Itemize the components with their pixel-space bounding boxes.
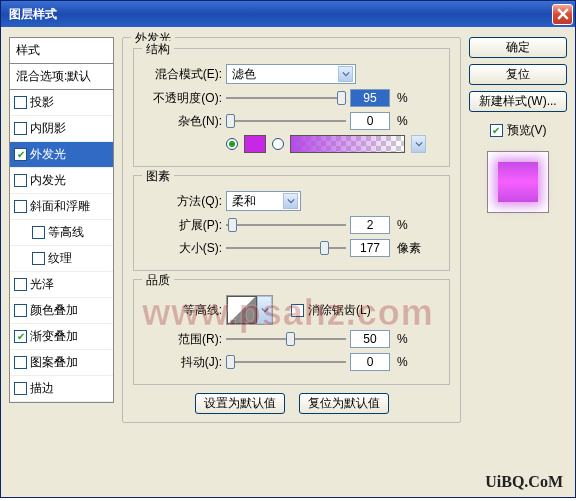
- size-input[interactable]: 177: [350, 239, 390, 257]
- range-slider[interactable]: [226, 332, 346, 346]
- checkbox-icon[interactable]: [14, 278, 27, 291]
- checkbox-icon[interactable]: [14, 382, 27, 395]
- checkbox-icon[interactable]: [32, 226, 45, 239]
- chevron-down-icon: [338, 66, 353, 82]
- checkbox-icon[interactable]: [14, 200, 27, 213]
- layer-style-dialog: 图层样式 样式 混合选项:默认 投影 内阴影 外发光 内发光 斜面和浮雕 等高线…: [0, 0, 576, 498]
- range-label: 范围(R):: [142, 331, 222, 348]
- glow-gradient-swatch[interactable]: [290, 135, 405, 153]
- chevron-down-icon: [257, 296, 272, 324]
- jitter-input[interactable]: 0: [350, 353, 390, 371]
- gradient-dropdown-arrow[interactable]: [411, 135, 426, 153]
- close-button[interactable]: [552, 4, 573, 25]
- noise-slider[interactable]: [226, 114, 346, 128]
- blend-mode-label: 混合模式(E):: [142, 66, 222, 83]
- make-default-button[interactable]: 设置为默认值: [195, 393, 285, 414]
- sidebar-item-satin[interactable]: 光泽: [10, 272, 113, 298]
- noise-label: 杂色(N):: [142, 113, 222, 130]
- sidebar-item-bevel-emboss[interactable]: 斜面和浮雕: [10, 194, 113, 220]
- sidebar-item-inner-shadow[interactable]: 内阴影: [10, 116, 113, 142]
- ok-button[interactable]: 确定: [469, 37, 567, 58]
- preview-thumbnail: [487, 151, 549, 213]
- reset-default-button[interactable]: 复位为默认值: [299, 393, 389, 414]
- opacity-input[interactable]: 95: [350, 89, 390, 107]
- checkbox-icon[interactable]: [14, 148, 27, 161]
- preview-checkbox[interactable]: [490, 124, 503, 137]
- sidebar-item-gradient-overlay[interactable]: 渐变叠加: [10, 324, 113, 350]
- opacity-label: 不透明度(O):: [142, 90, 222, 107]
- quality-group: 品质 等高线: 消除锯齿(L) 范围(R):: [133, 279, 450, 385]
- contour-thumbnail: [227, 296, 257, 324]
- size-label: 大小(S):: [142, 240, 222, 257]
- gradient-radio[interactable]: [272, 138, 284, 150]
- preview-label: 预览(V): [507, 122, 547, 139]
- sidebar-item-blend-options[interactable]: 混合选项:默认: [10, 64, 113, 90]
- jitter-slider[interactable]: [226, 355, 346, 369]
- technique-label: 方法(Q):: [142, 193, 222, 210]
- checkbox-icon[interactable]: [14, 304, 27, 317]
- checkbox-icon[interactable]: [14, 96, 27, 109]
- outer-glow-group: 外发光 结构 混合模式(E): 滤色 不透明度(O):: [122, 37, 461, 423]
- structure-group: 结构 混合模式(E): 滤色 不透明度(O):: [133, 48, 450, 167]
- contour-picker[interactable]: [226, 295, 273, 325]
- sidebar-item-outer-glow[interactable]: 外发光: [10, 142, 113, 168]
- chevron-down-icon: [283, 193, 298, 209]
- elements-group: 图素 方法(Q): 柔和 扩展(P):: [133, 175, 450, 271]
- checkbox-icon[interactable]: [14, 356, 27, 369]
- sidebar-item-texture[interactable]: 纹理: [10, 246, 113, 272]
- sidebar-item-drop-shadow[interactable]: 投影: [10, 90, 113, 116]
- checkbox-icon[interactable]: [14, 330, 27, 343]
- checkbox-icon[interactable]: [32, 252, 45, 265]
- titlebar[interactable]: 图层样式: [1, 1, 575, 27]
- checkbox-icon[interactable]: [14, 122, 27, 135]
- new-style-button[interactable]: 新建样式(W)...: [469, 91, 567, 112]
- glow-color-swatch[interactable]: [244, 135, 266, 153]
- sidebar-header[interactable]: 样式: [9, 37, 114, 63]
- sidebar-item-inner-glow[interactable]: 内发光: [10, 168, 113, 194]
- sidebar-item-stroke[interactable]: 描边: [10, 376, 113, 402]
- opacity-slider[interactable]: [226, 91, 346, 105]
- checkbox-icon[interactable]: [14, 174, 27, 187]
- range-input[interactable]: 50: [350, 330, 390, 348]
- spread-input[interactable]: 2: [350, 216, 390, 234]
- color-radio[interactable]: [226, 138, 238, 150]
- spread-slider[interactable]: [226, 218, 346, 232]
- anti-alias-checkbox[interactable]: [291, 304, 304, 317]
- window-title: 图层样式: [9, 6, 57, 23]
- sidebar-item-color-overlay[interactable]: 颜色叠加: [10, 298, 113, 324]
- technique-dropdown[interactable]: 柔和: [226, 191, 301, 211]
- anti-alias-label: 消除锯齿(L): [308, 302, 371, 319]
- close-icon: [557, 8, 569, 20]
- contour-label: 等高线:: [142, 302, 222, 319]
- cancel-button[interactable]: 复位: [469, 64, 567, 85]
- blend-mode-dropdown[interactable]: 滤色: [226, 64, 356, 84]
- sidebar-item-pattern-overlay[interactable]: 图案叠加: [10, 350, 113, 376]
- jitter-label: 抖动(J):: [142, 354, 222, 371]
- noise-input[interactable]: 0: [350, 112, 390, 130]
- size-slider[interactable]: [226, 241, 346, 255]
- sidebar-item-contour[interactable]: 等高线: [10, 220, 113, 246]
- spread-label: 扩展(P):: [142, 217, 222, 234]
- styles-sidebar: 样式 混合选项:默认 投影 内阴影 外发光 内发光 斜面和浮雕 等高线 纹理 光…: [9, 37, 114, 487]
